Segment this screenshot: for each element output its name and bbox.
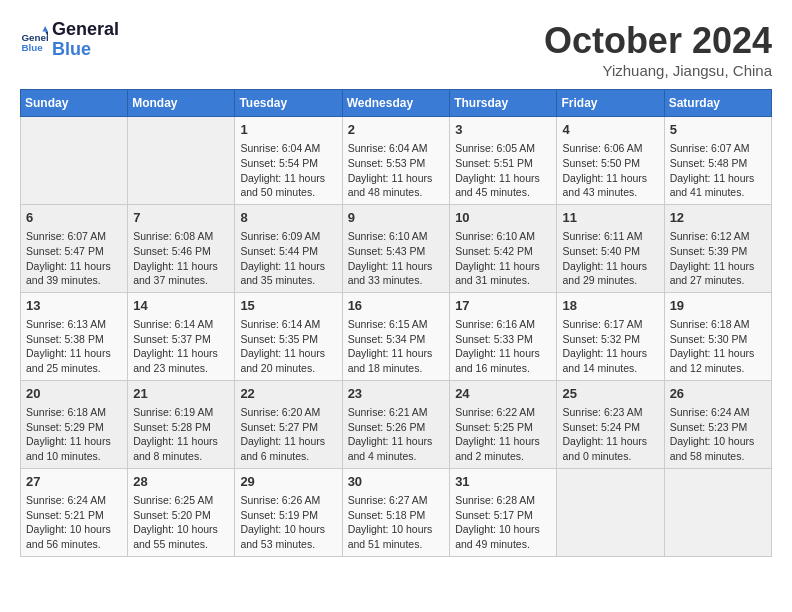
sunset-text: Sunset: 5:23 PM [670,421,748,433]
calendar-cell [557,468,664,556]
sunrise-text: Sunrise: 6:23 AM [562,406,642,418]
sunrise-text: Sunrise: 6:18 AM [26,406,106,418]
day-number: 20 [26,385,122,403]
daylight-text: Daylight: 10 hours and 56 minutes. [26,523,111,550]
sunrise-text: Sunrise: 6:08 AM [133,230,213,242]
sunset-text: Sunset: 5:17 PM [455,509,533,521]
calendar-cell: 18 Sunrise: 6:17 AM Sunset: 5:32 PM Dayl… [557,292,664,380]
daylight-text: Daylight: 11 hours and 39 minutes. [26,260,111,287]
day-number: 31 [455,473,551,491]
day-number: 30 [348,473,445,491]
day-number: 12 [670,209,766,227]
daylight-text: Daylight: 11 hours and 33 minutes. [348,260,433,287]
svg-marker-2 [42,26,48,32]
day-number: 14 [133,297,229,315]
daylight-text: Daylight: 11 hours and 4 minutes. [348,435,433,462]
sunset-text: Sunset: 5:19 PM [240,509,318,521]
calendar-cell: 1 Sunrise: 6:04 AM Sunset: 5:54 PM Dayli… [235,117,342,205]
sunrise-text: Sunrise: 6:06 AM [562,142,642,154]
calendar-cell: 11 Sunrise: 6:11 AM Sunset: 5:40 PM Dayl… [557,204,664,292]
calendar-cell: 16 Sunrise: 6:15 AM Sunset: 5:34 PM Dayl… [342,292,450,380]
calendar-cell: 31 Sunrise: 6:28 AM Sunset: 5:17 PM Dayl… [450,468,557,556]
day-number: 6 [26,209,122,227]
sunset-text: Sunset: 5:54 PM [240,157,318,169]
calendar-cell: 28 Sunrise: 6:25 AM Sunset: 5:20 PM Dayl… [128,468,235,556]
day-number: 23 [348,385,445,403]
sunset-text: Sunset: 5:37 PM [133,333,211,345]
title-block: October 2024 Yizhuang, Jiangsu, China [544,20,772,79]
calendar-week-row: 20 Sunrise: 6:18 AM Sunset: 5:29 PM Dayl… [21,380,772,468]
col-header-friday: Friday [557,90,664,117]
svg-text:Blue: Blue [21,42,43,53]
daylight-text: Daylight: 11 hours and 43 minutes. [562,172,647,199]
sunrise-text: Sunrise: 6:15 AM [348,318,428,330]
sunrise-text: Sunrise: 6:14 AM [133,318,213,330]
calendar-cell [128,117,235,205]
daylight-text: Daylight: 10 hours and 49 minutes. [455,523,540,550]
calendar-cell: 17 Sunrise: 6:16 AM Sunset: 5:33 PM Dayl… [450,292,557,380]
col-header-monday: Monday [128,90,235,117]
calendar-cell [664,468,771,556]
sunrise-text: Sunrise: 6:12 AM [670,230,750,242]
calendar-cell: 6 Sunrise: 6:07 AM Sunset: 5:47 PM Dayli… [21,204,128,292]
calendar-cell: 3 Sunrise: 6:05 AM Sunset: 5:51 PM Dayli… [450,117,557,205]
sunset-text: Sunset: 5:18 PM [348,509,426,521]
daylight-text: Daylight: 11 hours and 48 minutes. [348,172,433,199]
calendar-cell: 13 Sunrise: 6:13 AM Sunset: 5:38 PM Dayl… [21,292,128,380]
sunset-text: Sunset: 5:50 PM [562,157,640,169]
calendar-cell: 8 Sunrise: 6:09 AM Sunset: 5:44 PM Dayli… [235,204,342,292]
day-number: 25 [562,385,658,403]
sunset-text: Sunset: 5:30 PM [670,333,748,345]
sunrise-text: Sunrise: 6:09 AM [240,230,320,242]
calendar-cell: 24 Sunrise: 6:22 AM Sunset: 5:25 PM Dayl… [450,380,557,468]
col-header-sunday: Sunday [21,90,128,117]
calendar-cell: 15 Sunrise: 6:14 AM Sunset: 5:35 PM Dayl… [235,292,342,380]
sunset-text: Sunset: 5:51 PM [455,157,533,169]
daylight-text: Daylight: 11 hours and 18 minutes. [348,347,433,374]
day-number: 8 [240,209,336,227]
calendar-cell: 5 Sunrise: 6:07 AM Sunset: 5:48 PM Dayli… [664,117,771,205]
day-number: 9 [348,209,445,227]
sunrise-text: Sunrise: 6:25 AM [133,494,213,506]
day-number: 26 [670,385,766,403]
sunrise-text: Sunrise: 6:10 AM [455,230,535,242]
col-header-wednesday: Wednesday [342,90,450,117]
daylight-text: Daylight: 11 hours and 37 minutes. [133,260,218,287]
daylight-text: Daylight: 11 hours and 45 minutes. [455,172,540,199]
day-number: 19 [670,297,766,315]
daylight-text: Daylight: 11 hours and 2 minutes. [455,435,540,462]
day-number: 4 [562,121,658,139]
day-number: 27 [26,473,122,491]
sunrise-text: Sunrise: 6:10 AM [348,230,428,242]
daylight-text: Daylight: 11 hours and 8 minutes. [133,435,218,462]
sunrise-text: Sunrise: 6:18 AM [670,318,750,330]
daylight-text: Daylight: 11 hours and 50 minutes. [240,172,325,199]
calendar-table: SundayMondayTuesdayWednesdayThursdayFrid… [20,89,772,557]
day-number: 15 [240,297,336,315]
daylight-text: Daylight: 11 hours and 16 minutes. [455,347,540,374]
col-header-tuesday: Tuesday [235,90,342,117]
calendar-week-row: 27 Sunrise: 6:24 AM Sunset: 5:21 PM Dayl… [21,468,772,556]
location-subtitle: Yizhuang, Jiangsu, China [544,62,772,79]
sunrise-text: Sunrise: 6:24 AM [670,406,750,418]
daylight-text: Daylight: 10 hours and 51 minutes. [348,523,433,550]
sunset-text: Sunset: 5:29 PM [26,421,104,433]
day-number: 22 [240,385,336,403]
sunrise-text: Sunrise: 6:16 AM [455,318,535,330]
sunset-text: Sunset: 5:34 PM [348,333,426,345]
col-header-thursday: Thursday [450,90,557,117]
sunset-text: Sunset: 5:32 PM [562,333,640,345]
calendar-cell: 14 Sunrise: 6:14 AM Sunset: 5:37 PM Dayl… [128,292,235,380]
calendar-week-row: 1 Sunrise: 6:04 AM Sunset: 5:54 PM Dayli… [21,117,772,205]
calendar-cell: 4 Sunrise: 6:06 AM Sunset: 5:50 PM Dayli… [557,117,664,205]
sunrise-text: Sunrise: 6:17 AM [562,318,642,330]
calendar-header-row: SundayMondayTuesdayWednesdayThursdayFrid… [21,90,772,117]
sunset-text: Sunset: 5:21 PM [26,509,104,521]
calendar-cell: 30 Sunrise: 6:27 AM Sunset: 5:18 PM Dayl… [342,468,450,556]
sunrise-text: Sunrise: 6:21 AM [348,406,428,418]
daylight-text: Daylight: 11 hours and 25 minutes. [26,347,111,374]
sunset-text: Sunset: 5:47 PM [26,245,104,257]
daylight-text: Daylight: 11 hours and 29 minutes. [562,260,647,287]
daylight-text: Daylight: 11 hours and 20 minutes. [240,347,325,374]
sunset-text: Sunset: 5:20 PM [133,509,211,521]
